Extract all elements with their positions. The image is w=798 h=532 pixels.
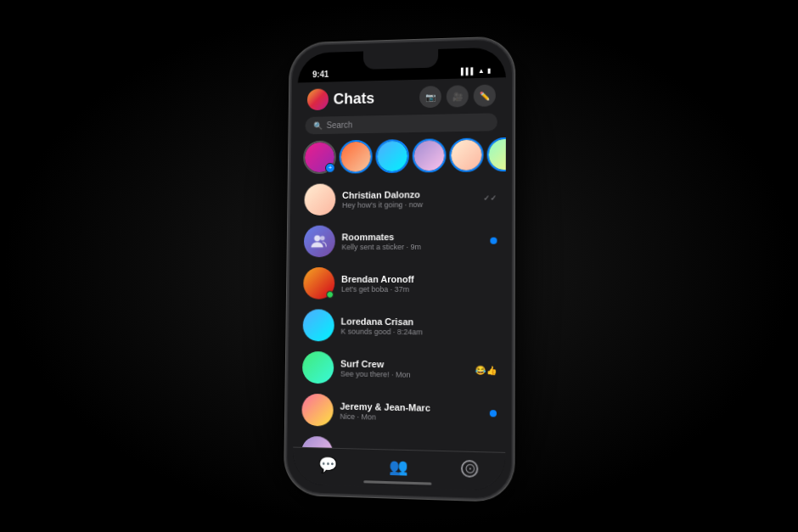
chat-item-surfcrew[interactable]: Surf Crew See you there! · Mon 😂👍 [294, 345, 505, 391]
chat-name-surfcrew: Surf Crew [340, 357, 469, 369]
chat-name-brendan: Brendan Aronoff [341, 273, 490, 283]
search-placeholder: Search [327, 120, 353, 129]
header-actions: 📷 🎥 ✏️ [419, 84, 496, 108]
page-title: Chats [334, 88, 415, 108]
chat-avatar-surfcrew [302, 350, 334, 383]
unread-badge-roommates [490, 237, 497, 244]
chat-name-christian: Christian Dalonzo [342, 188, 476, 199]
people-tab-icon: 👥 [389, 456, 407, 476]
story-item-3[interactable] [377, 141, 407, 171]
svg-point-0 [314, 235, 320, 241]
search-bar[interactable]: 🔍 Search [306, 113, 497, 134]
tab-discover[interactable]: ⊙ [461, 459, 478, 477]
chat-preview-surfcrew: See you there! · Mon [340, 369, 469, 379]
chat-avatar-jeremy [301, 393, 333, 426]
add-story-badge: + [325, 162, 335, 172]
chat-avatar-christian [304, 183, 335, 216]
chat-name-loredana: Loredana Crisan [340, 316, 490, 327]
svg-point-1 [320, 236, 324, 240]
chat-list: Christian Dalonzo Hey how's it going · n… [293, 176, 506, 479]
profile-avatar[interactable] [307, 88, 329, 110]
volume-up-button [287, 143, 289, 178]
tab-chats[interactable]: 💬 [318, 454, 337, 473]
chat-info-jeremy: Jeremy & Jean-Marc Nice · Mon [340, 400, 482, 423]
compose-button[interactable]: ✏️ [474, 84, 496, 106]
wifi-icon: ▲ [478, 66, 485, 74]
chat-info-roommates: Roommates Kelly sent a sticker · 9m [341, 231, 483, 251]
chat-item-loredana[interactable]: Loredana Crisan K sounds good · 8:24am [295, 304, 506, 348]
chat-item-brendan[interactable]: Brendan Aronoff Let's get boba · 37m [295, 261, 505, 305]
chat-info-surfcrew: Surf Crew See you there! · Mon [340, 357, 469, 378]
chat-preview-christian: Hey how's it going · now [342, 199, 476, 209]
group-icon [311, 232, 329, 250]
story-item-2[interactable] [340, 141, 370, 171]
chat-item-jeremy[interactable]: Jeremy & Jean-Marc Nice · Mon [294, 388, 506, 435]
chat-meta-christian: ✓✓ [483, 193, 497, 202]
discover-tab-icon: ⊙ [461, 459, 478, 477]
camera-icon: 📷 [425, 92, 436, 101]
chat-preview-brendan: Let's get boba · 37m [341, 284, 490, 294]
tab-people[interactable]: 👥 [389, 456, 407, 476]
chat-meta-surfcrew: 😂👍 [475, 365, 497, 375]
video-button[interactable]: 🎥 [447, 85, 469, 107]
chat-item-christian[interactable]: Christian Dalonzo Hey how's it going · n… [296, 176, 506, 221]
notch [363, 48, 438, 69]
chat-preview-loredana: K sounds good · 8:24am [340, 327, 490, 337]
compose-icon: ✏️ [480, 91, 490, 100]
story-item-5[interactable] [451, 139, 481, 170]
signal-icon: ▌▌▌ [461, 67, 475, 75]
chat-info-brendan: Brendan Aronoff Let's get boba · 37m [341, 273, 490, 293]
tab-bar: 💬 👥 ⊙ [293, 446, 505, 490]
app-header: Chats 📷 🎥 ✏️ [297, 77, 506, 115]
camera-button[interactable]: 📷 [419, 86, 441, 108]
phone-shell: 9:41 ▌▌▌ ▲ ▮ Chats 📷 [284, 36, 514, 501]
chat-avatar-loredana [303, 309, 334, 341]
online-indicator-brendan [326, 290, 334, 298]
story-item-6[interactable] [489, 138, 506, 170]
search-icon: 🔍 [313, 120, 323, 129]
scene: 9:41 ▌▌▌ ▲ ▮ Chats 📷 [0, 0, 798, 532]
chat-info-christian: Christian Dalonzo Hey how's it going · n… [342, 188, 476, 209]
story-row: + [296, 135, 506, 178]
power-button [514, 148, 514, 199]
chat-item-roommates[interactable]: Roommates Kelly sent a sticker · 9m [295, 219, 506, 262]
chat-info-loredana: Loredana Crisan K sounds good · 8:24am [340, 316, 490, 337]
phone-screen: 9:41 ▌▌▌ ▲ ▮ Chats 📷 [293, 47, 506, 490]
status-icons: ▌▌▌ ▲ ▮ [461, 66, 491, 75]
story-item-1[interactable]: + [305, 142, 334, 172]
video-icon: 🎥 [452, 91, 463, 100]
unread-badge-jeremy [490, 410, 497, 417]
story-item-4[interactable] [414, 140, 445, 171]
home-indicator [363, 480, 431, 484]
chat-meta-jeremy [490, 410, 497, 417]
battery-icon: ▮ [487, 66, 491, 74]
status-time: 9:41 [312, 70, 329, 79]
chat-tab-icon: 💬 [318, 454, 337, 473]
chat-avatar-brendan [303, 266, 334, 299]
reaction-surfcrew: 😂👍 [475, 365, 497, 375]
volume-down-button [286, 185, 289, 220]
app-content: Chats 📷 🎥 ✏️ 🔍 [293, 77, 506, 490]
chat-meta-roommates [490, 237, 497, 244]
chat-name-roommates: Roommates [342, 231, 484, 242]
chat-avatar-roommates [304, 225, 335, 257]
delivered-icon-christian: ✓✓ [483, 193, 497, 202]
chat-preview-roommates: Kelly sent a sticker · 9m [341, 242, 483, 250]
